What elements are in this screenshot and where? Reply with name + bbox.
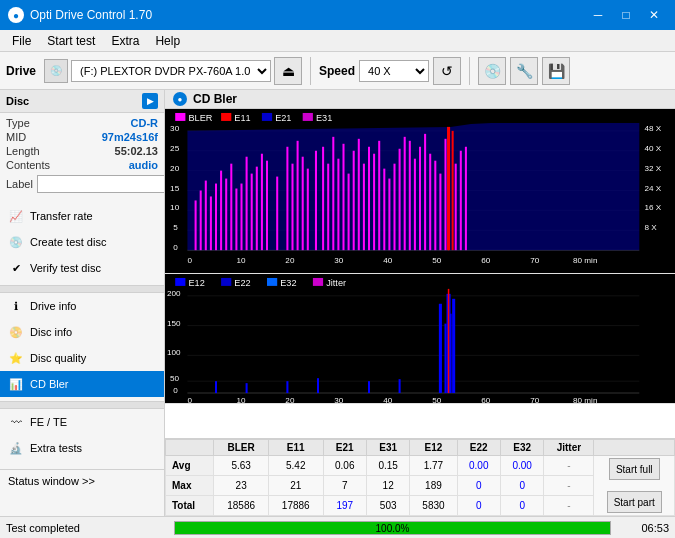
chart-bler-svg: BLER E11 E21 E31 30 25 20 15 10 5 0 [165, 109, 675, 273]
stats-total-e22: 0 [457, 496, 500, 516]
stats-row-total-label: Total [166, 496, 214, 516]
status-window-button[interactable]: Status window >> [0, 470, 164, 492]
stats-row-avg-label: Avg [166, 456, 214, 476]
menu-file[interactable]: File [4, 32, 39, 50]
stats-max-e22: 0 [457, 476, 500, 496]
stats-max-e12: 189 [410, 476, 457, 496]
disc-button[interactable]: 💿 [478, 57, 506, 85]
svg-text:E11: E11 [234, 113, 250, 123]
titlebar-title: Opti Drive Control 1.70 [30, 8, 152, 22]
toolbar-separator-2 [469, 57, 470, 85]
status-time: 06:53 [619, 522, 669, 534]
titlebar: ● Opti Drive Control 1.70 ─ □ ✕ [0, 0, 675, 30]
minimize-button[interactable]: ─ [585, 5, 611, 25]
svg-text:E31: E31 [316, 113, 332, 123]
start-full-button[interactable]: Start full [609, 458, 660, 480]
stats-total-e11: 17886 [268, 496, 323, 516]
svg-text:50: 50 [170, 374, 180, 383]
sidebar-item-extra-tests[interactable]: 🔬 Extra tests [0, 435, 164, 461]
menu-help[interactable]: Help [147, 32, 188, 50]
stats-header-e11: E11 [268, 440, 323, 456]
svg-rect-91 [165, 274, 675, 403]
stats-avg-bler: 5.63 [214, 456, 269, 476]
refresh-button[interactable]: ↺ [433, 57, 461, 85]
sidebar-item-drive-info[interactable]: ℹ Drive info [0, 293, 164, 319]
fe-te-section-header [0, 401, 164, 409]
svg-text:24 X: 24 X [644, 184, 661, 193]
stats-max-e31: 12 [366, 476, 409, 496]
disc-length-value: 55:02.13 [115, 145, 158, 157]
chart-e12-svg: E12 E22 E32 Jitter 200 150 100 50 0 [165, 274, 675, 403]
disc-label-row: Label ↺ [6, 175, 158, 193]
sidebar-item-disc-info-label: Disc info [30, 326, 72, 338]
svg-text:8 X: 8 X [644, 223, 657, 232]
menu-start-test[interactable]: Start test [39, 32, 103, 50]
stats-header-jitter: Jitter [544, 440, 594, 456]
svg-text:60: 60 [481, 256, 491, 265]
stats-header-e12: E12 [410, 440, 457, 456]
svg-text:E22: E22 [234, 278, 250, 288]
sidebar-item-fe-te-label: FE / TE [30, 416, 67, 428]
sidebar-item-extra-tests-label: Extra tests [30, 442, 82, 454]
disc-info-icon: 📀 [8, 324, 24, 340]
toolbar: Drive 💿 (F:) PLEXTOR DVDR PX-760A 1.07 ⏏… [0, 52, 675, 90]
svg-text:20: 20 [285, 396, 295, 403]
sidebar-item-cd-bler[interactable]: 📊 CD Bler [0, 371, 164, 397]
maximize-button[interactable]: □ [613, 5, 639, 25]
sidebar-item-transfer-rate[interactable]: 📈 Transfer rate [0, 203, 164, 229]
disc-contents-row: Contents audio [6, 159, 158, 171]
sidebar-item-cd-bler-label: CD Bler [30, 378, 69, 390]
chart-title-icon: ● [173, 92, 187, 106]
drive-selector: 💿 (F:) PLEXTOR DVDR PX-760A 1.07 ⏏ [44, 57, 302, 85]
svg-text:60: 60 [481, 396, 491, 403]
sidebar-item-transfer-rate-label: Transfer rate [30, 210, 93, 222]
sidebar-item-create-test-disc[interactable]: 💿 Create test disc [0, 229, 164, 255]
start-buttons-cell: Start full Start part [594, 456, 675, 516]
stats-avg-e11: 5.42 [268, 456, 323, 476]
toolbar-separator-1 [310, 57, 311, 85]
start-part-button[interactable]: Start part [607, 491, 662, 513]
disc-length-label: Length [6, 145, 40, 157]
titlebar-controls: ─ □ ✕ [585, 5, 667, 25]
speed-dropdown[interactable]: 40 X [359, 60, 429, 82]
chart-title-bar: ● CD Bler [165, 90, 675, 109]
stats-header-empty [166, 440, 214, 456]
sidebar-item-verify-test-disc[interactable]: ✔ Verify test disc [0, 255, 164, 281]
svg-text:0: 0 [173, 243, 178, 252]
svg-text:70: 70 [530, 396, 540, 403]
progress-text: 100.0% [175, 522, 610, 535]
svg-text:48 X: 48 X [644, 124, 661, 133]
stats-total-jitter: - [544, 496, 594, 516]
close-button[interactable]: ✕ [641, 5, 667, 25]
svg-text:E32: E32 [280, 278, 296, 288]
sidebar-item-disc-quality-label: Disc quality [30, 352, 86, 364]
svg-rect-92 [175, 278, 185, 286]
save-button[interactable]: 💾 [542, 57, 570, 85]
svg-text:32 X: 32 X [644, 164, 661, 173]
sidebar-item-disc-info[interactable]: 📀 Disc info [0, 319, 164, 345]
stats-avg-e22: 0.00 [457, 456, 500, 476]
stats-max-e11: 21 [268, 476, 323, 496]
menu-extra[interactable]: Extra [103, 32, 147, 50]
svg-text:70: 70 [530, 256, 540, 265]
disc-mid-value: 97m24s16f [102, 131, 158, 143]
statusbar: Test completed 100.0% 06:53 [0, 516, 675, 538]
stats-max-e32: 0 [500, 476, 543, 496]
sidebar-item-disc-quality[interactable]: ⭐ Disc quality [0, 345, 164, 371]
stats-header-btn1 [594, 440, 675, 456]
extra-tests-icon: 🔬 [8, 440, 24, 456]
eject-button[interactable]: ⏏ [274, 57, 302, 85]
svg-rect-3 [221, 113, 231, 121]
create-test-disc-icon: 💿 [8, 234, 24, 250]
sidebar: Disc ▶ Type CD-R MID 97m24s16f Length 55… [0, 90, 165, 516]
status-text: Test completed [6, 522, 166, 534]
sidebar-item-verify-test-disc-label: Verify test disc [30, 262, 101, 274]
sidebar-item-create-test-disc-label: Create test disc [30, 236, 106, 248]
sidebar-item-fe-te[interactable]: 〰 FE / TE [0, 409, 164, 435]
svg-text:40: 40 [383, 396, 393, 403]
drive-info-section-header [0, 285, 164, 293]
drive-dropdown[interactable]: (F:) PLEXTOR DVDR PX-760A 1.07 [71, 60, 271, 82]
stats-header-e22: E22 [457, 440, 500, 456]
label-input[interactable] [37, 175, 165, 193]
settings-button[interactable]: 🔧 [510, 57, 538, 85]
